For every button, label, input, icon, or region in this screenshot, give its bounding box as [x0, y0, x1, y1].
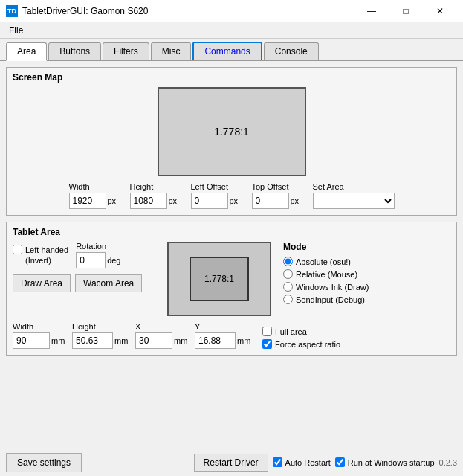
- top-offset-unit: px: [291, 196, 304, 205]
- height-field-row: px: [130, 193, 182, 209]
- set-area-label: Set Area: [313, 182, 395, 191]
- auto-restart-label: Auto Restart: [285, 458, 331, 467]
- mode-sendinput-radio[interactable]: [283, 295, 293, 304]
- top-offset-input[interactable]: [252, 193, 289, 209]
- top-offset-field-row: px: [252, 193, 304, 209]
- screen-width-input[interactable]: [69, 193, 106, 209]
- left-offset-unit: px: [230, 196, 243, 205]
- top-offset-field-group: Top Offset px: [252, 182, 304, 209]
- mode-windowsink-row: Windows Ink (Draw): [283, 282, 369, 292]
- mode-absolute-row: Absolute (osu!): [283, 257, 369, 266]
- left-offset-input[interactable]: [191, 193, 228, 209]
- width-field-row: px: [69, 193, 121, 209]
- mode-relative-radio[interactable]: [283, 269, 293, 279]
- height-unit: px: [169, 196, 182, 205]
- statusbar-right: Restart Driver Auto Restart Run at Windo…: [194, 454, 457, 472]
- rotation-label: Rotation: [76, 242, 120, 251]
- tablet-area-section: Tablet Area Left handed (Invert) Rot: [6, 222, 457, 356]
- force-aspect-row: Force aspect ratio: [262, 339, 340, 349]
- top-offset-label: Top Offset: [252, 182, 304, 191]
- height-field-group: Height px: [130, 182, 182, 209]
- tablet-x-row: mm: [135, 332, 187, 349]
- save-settings-button[interactable]: Save settings: [6, 453, 82, 472]
- set-area-dropdown[interactable]: [313, 193, 395, 209]
- rotation-row: deg: [76, 252, 120, 268]
- tablet-height-label: Height: [72, 322, 128, 331]
- menu-file[interactable]: File: [3, 24, 29, 37]
- tab-filters[interactable]: Filters: [103, 42, 149, 60]
- close-button[interactable]: ✕: [423, 0, 457, 22]
- left-handed-label: Left handed: [25, 245, 68, 254]
- window-controls: — □ ✕: [354, 0, 457, 22]
- screen-map-title: Screen Map: [13, 72, 450, 83]
- rotation-input[interactable]: [76, 252, 106, 268]
- height-label: Height: [130, 182, 182, 191]
- tablet-x-label: X: [135, 322, 187, 331]
- app-icon: TD: [6, 5, 18, 17]
- tablet-map-box: 1.778:1: [167, 242, 271, 316]
- menubar: File: [0, 22, 463, 39]
- tab-buttons[interactable]: Buttons: [48, 42, 101, 60]
- tablet-map-inner: 1.778:1: [190, 257, 249, 301]
- tablet-height-input[interactable]: [72, 332, 113, 349]
- draw-area-button[interactable]: Draw Area: [13, 274, 71, 292]
- mode-windowsink-radio[interactable]: [283, 282, 293, 292]
- full-area-checkbox[interactable]: [262, 327, 272, 336]
- titlebar: TD TabletDriverGUI: Gaomon S620 — □ ✕: [0, 0, 463, 22]
- tab-commands[interactable]: Commands: [192, 42, 262, 60]
- tab-area[interactable]: Area: [6, 42, 47, 61]
- tab-console[interactable]: Console: [264, 42, 319, 60]
- left-handed-group: Left handed (Invert): [13, 245, 68, 265]
- mode-relative-label: Relative (Mouse): [296, 270, 357, 279]
- rotation-group: Rotation deg: [76, 242, 120, 268]
- check-options: Full area Force aspect ratio: [262, 327, 340, 349]
- screen-height-input[interactable]: [130, 193, 167, 209]
- tablet-y-input[interactable]: [195, 332, 236, 349]
- tablet-y-group: Y mm: [195, 322, 250, 349]
- mode-relative-row: Relative (Mouse): [283, 269, 369, 279]
- tablet-map-ratio: 1.778:1: [204, 274, 234, 284]
- force-aspect-checkbox[interactable]: [262, 339, 272, 349]
- run-at-startup-checkbox[interactable]: [335, 457, 345, 467]
- left-offset-label: Left Offset: [191, 182, 243, 191]
- tablet-y-unit: mm: [237, 336, 250, 345]
- mode-absolute-label: Absolute (osu!): [296, 257, 351, 266]
- invert-label: (Invert): [25, 256, 51, 265]
- run-at-startup-label: Run at Windows startup: [348, 458, 435, 467]
- tablet-height-row: mm: [72, 332, 128, 349]
- run-at-startup-row: Run at Windows startup: [335, 457, 435, 467]
- restart-driver-button[interactable]: Restart Driver: [194, 454, 268, 472]
- mode-absolute-radio[interactable]: [283, 257, 293, 266]
- tablet-x-group: X mm: [135, 322, 187, 349]
- tablet-width-row: mm: [13, 332, 65, 349]
- width-unit: px: [108, 196, 121, 205]
- auto-restart-checkbox[interactable]: [273, 457, 282, 467]
- left-handed-row: Left handed: [13, 245, 68, 254]
- screen-map-section: Screen Map 1.778:1 Width px Height p: [6, 67, 457, 216]
- width-field-group: Width px: [69, 182, 121, 209]
- mode-sendinput-label: SendInput (Debug): [296, 295, 365, 304]
- main-content: Screen Map 1.778:1 Width px Height p: [0, 61, 463, 446]
- tablet-width-unit: mm: [51, 336, 65, 345]
- tablet-y-row: mm: [195, 332, 250, 349]
- wacom-area-button[interactable]: Wacom Area: [75, 274, 142, 292]
- set-area-row: [313, 193, 395, 209]
- minimize-button[interactable]: —: [354, 0, 389, 22]
- tablet-height-group: Height mm: [72, 322, 128, 349]
- draw-wacom-row: Draw Area Wacom Area: [13, 274, 161, 292]
- full-area-label: Full area: [275, 327, 307, 336]
- tablet-x-unit: mm: [174, 336, 187, 345]
- tab-misc[interactable]: Misc: [151, 42, 192, 60]
- version-label: 0.2.3: [439, 458, 457, 467]
- tablet-width-group: Width mm: [13, 322, 65, 349]
- statusbar: Save settings Restart Driver Auto Restar…: [0, 448, 463, 476]
- left-handed-checkbox[interactable]: [13, 245, 22, 254]
- screen-map-ratio: 1.778:1: [214, 126, 249, 138]
- maximize-button[interactable]: □: [389, 0, 423, 22]
- set-area-field-group: Set Area: [313, 182, 395, 209]
- force-aspect-label: Force aspect ratio: [275, 340, 340, 349]
- auto-restart-row: Auto Restart: [273, 457, 331, 467]
- width-label: Width: [69, 182, 121, 191]
- tablet-width-input[interactable]: [13, 332, 50, 349]
- tablet-x-input[interactable]: [135, 332, 172, 349]
